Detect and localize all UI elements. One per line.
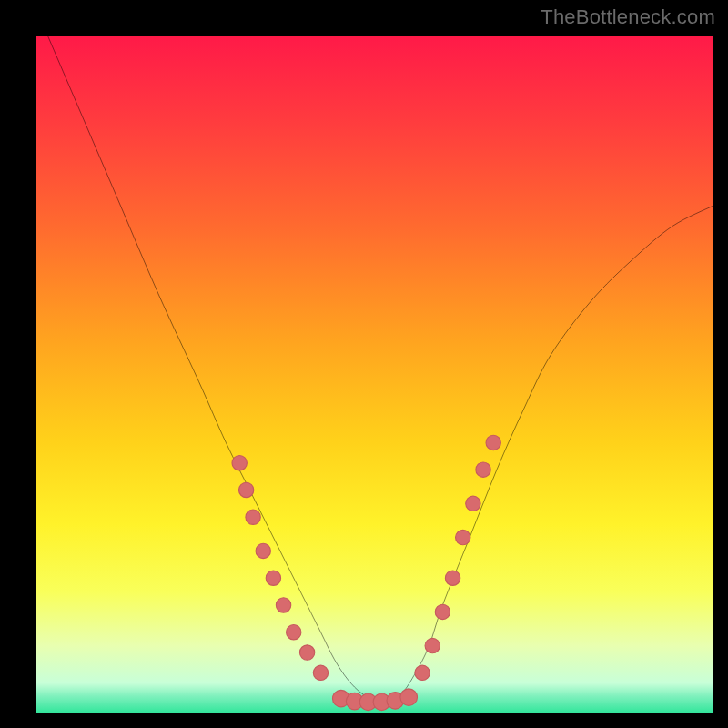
curve-marker	[445, 571, 460, 585]
curve-marker	[435, 604, 450, 619]
curve-marker	[246, 510, 260, 524]
curve-marker	[476, 462, 490, 477]
curve-marker	[276, 598, 290, 612]
curve-marker	[425, 638, 440, 652]
chart-frame: TheBottleneck.com	[0, 0, 728, 728]
bottleneck-curve	[36, 36, 713, 701]
curve-marker	[256, 543, 270, 558]
curve-marker	[232, 456, 247, 470]
curve-marker	[456, 530, 470, 544]
watermark-text: TheBottleneck.com	[541, 5, 715, 29]
curve-layer	[36, 36, 713, 713]
curve-marker	[486, 435, 500, 450]
curve-markers	[232, 435, 500, 710]
curve-marker	[415, 665, 430, 680]
curve-marker	[287, 625, 301, 640]
curve-marker	[266, 571, 280, 585]
curve-marker	[299, 645, 314, 660]
curve-marker	[466, 496, 480, 511]
curve-marker	[313, 665, 328, 680]
curve-marker	[400, 689, 418, 706]
plot-area	[36, 36, 713, 713]
curve-marker	[238, 482, 253, 497]
